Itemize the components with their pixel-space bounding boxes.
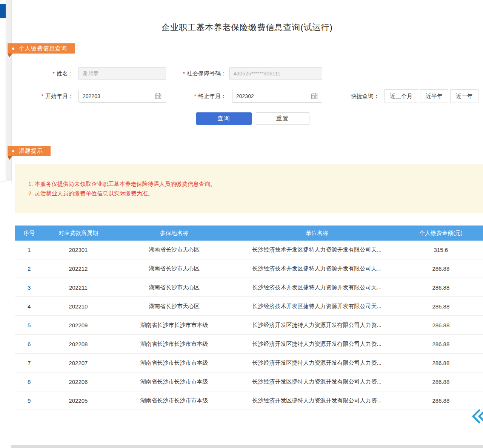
cell-company-name: 长沙经济技术开发区捷特人力资源开发有限公司天... [235, 246, 399, 253]
quick-option-1[interactable]: 近半年 [420, 89, 448, 103]
cell-index: 7 [15, 360, 43, 366]
end-month-input[interactable] [232, 90, 322, 103]
table-row: 9 202205 湖南省长沙市长沙市市本级 长沙经济开发区捷特人力资源开发有限公… [15, 391, 483, 410]
notice-panel: 1. 本服务仅提供尚未领取企业职工基本养老保险待遇人员的缴费信息查询。2. 灵活… [15, 164, 483, 213]
quick-option-0[interactable]: 近三个月 [384, 89, 418, 103]
cell-index: 2 [15, 265, 43, 272]
cell-amount: 286.88 [399, 341, 483, 347]
calendar-icon[interactable] [155, 93, 162, 100]
required-asterisk: * [183, 70, 185, 77]
required-asterisk: * [194, 93, 196, 99]
cell-amount: 286.88 [399, 265, 483, 272]
section-badge-personal-payment-query: 个人缴费信息查询 [8, 43, 75, 54]
cell-insured-area: 湖南省长沙市长沙市市本级 [113, 397, 235, 404]
cell-index: 1 [15, 247, 43, 253]
cell-company-name: 长沙经济技术开发区捷特人力资源开发有限公司天... [235, 303, 399, 310]
cell-amount: 286.88 [399, 284, 483, 291]
cell-insured-area: 湖南省长沙市天心区 [113, 284, 235, 291]
quick-query-button-group: 近三个月近半年近一年 [384, 89, 478, 103]
cell-amount: 315.6 [399, 247, 483, 253]
table-row: 6 202208 湖南省长沙市长沙市市本级 长沙经济开发区捷特人力资源开发有限公… [15, 335, 483, 354]
table-header-cell-0: 序号 [15, 230, 43, 237]
table-header-cell-1: 对应费款所属期 [43, 230, 113, 237]
table-row: 8 202206 湖南省长沙市长沙市市本级 长沙经济开发区捷特人力资源开发有限公… [15, 373, 483, 391]
table-row: 1 202301 湖南省长沙市天心区 长沙经济技术开发区捷特人力资源开发有限公司… [15, 241, 483, 259]
cell-company-name: 长沙经济开发区捷特人力资源开发有限公司人力资... [235, 322, 399, 329]
table-row: 7 202207 湖南省长沙市长沙市市本级 长沙经济开发区捷特人力资源开发有限公… [15, 354, 483, 373]
bullet-icon [12, 48, 14, 50]
required-asterisk: * [41, 93, 43, 99]
cell-amount: 286.88 [399, 360, 483, 366]
cell-insured-area: 湖南省长沙市天心区 [113, 265, 235, 272]
quick-option-2[interactable]: 近一年 [450, 89, 478, 103]
name-input[interactable] [78, 67, 166, 80]
notice-line-2: 2. 灵活就业人员的缴费单位信息以实际缴费为准。 [28, 189, 475, 198]
cell-period: 202209 [43, 322, 113, 328]
cell-insured-area: 湖南省长沙市天心区 [113, 303, 235, 310]
notice-line-1: 1. 本服务仅提供尚未领取企业职工基本养老保险待遇人员的缴费信息查询。 [28, 179, 475, 189]
cell-period: 202208 [43, 341, 113, 347]
cell-company-name: 长沙经济开发区捷特人力资源开发有限公司人力资... [235, 397, 399, 404]
table-row: 4 202210 湖南省长沙市天心区 长沙经济技术开发区捷特人力资源开发有限公司… [15, 297, 483, 316]
table-header-cell-3: 单位名称 [235, 230, 399, 237]
table-row: 3 202211 湖南省长沙市天心区 长沙经济技术开发区捷特人力资源开发有限公司… [15, 278, 483, 297]
cell-company-name: 长沙经济开发区捷特人力资源开发有限公司人力资... [235, 359, 399, 367]
table-row: 5 202209 湖南省长沙市长沙市市本级 长沙经济开发区捷特人力资源开发有限公… [15, 316, 483, 335]
cell-period: 202212 [43, 265, 113, 272]
cell-insured-area: 湖南省长沙市长沙市市本级 [113, 322, 235, 329]
cell-amount: 286.88 [399, 397, 483, 404]
cell-period: 202207 [43, 360, 113, 366]
table-header-cell-2: 参保地名称 [113, 230, 235, 237]
table-body: 1 202301 湖南省长沙市天心区 长沙经济技术开发区捷特人力资源开发有限公司… [15, 241, 483, 410]
cell-amount: 286.88 [399, 322, 483, 328]
sidebar-toggle-block[interactable] [0, 4, 6, 18]
cell-insured-area: 湖南省长沙市长沙市市本级 [113, 341, 235, 348]
table-header-cell-4: 个人缴费金额(元) [399, 230, 483, 237]
results-table: 序号对应费款所属期参保地名称单位名称个人缴费金额(元) 1 202301 湖南省… [15, 226, 483, 410]
double-chevron-left-icon[interactable] [472, 409, 483, 424]
cell-insured-area: 湖南省长沙市长沙市市本级 [113, 359, 235, 367]
cell-insured-area: 湖南省长沙市天心区 [113, 246, 235, 253]
cell-index: 5 [15, 322, 43, 328]
start-month-label: *开始年月： [23, 90, 74, 103]
reset-button[interactable]: 重置 [256, 112, 309, 125]
cell-index: 4 [15, 303, 43, 310]
cell-index: 3 [15, 284, 43, 291]
name-label: *姓名： [30, 67, 74, 80]
query-button[interactable]: 查询 [196, 112, 252, 125]
start-month-input[interactable] [78, 90, 166, 103]
cell-period: 202301 [43, 247, 113, 253]
end-month-label: *终止年月： [177, 90, 226, 103]
calendar-icon[interactable] [311, 93, 318, 100]
ssn-input[interactable] [229, 67, 322, 80]
cell-amount: 286.88 [399, 303, 483, 310]
collapsed-sidebar [0, 0, 6, 181]
cell-amount: 286.88 [399, 379, 483, 385]
cell-company-name: 长沙经济开发区捷特人力资源开发有限公司人力资... [235, 341, 399, 348]
bottom-edge-bar [11, 445, 483, 448]
ssn-label: *社会保障号码： [172, 67, 226, 80]
cell-period: 202211 [43, 284, 113, 291]
cell-index: 6 [15, 341, 43, 347]
table-row: 2 202212 湖南省长沙市天心区 长沙经济技术开发区捷特人力资源开发有限公司… [15, 259, 483, 278]
section-badge-label: 温馨提示 [19, 147, 43, 155]
required-asterisk: * [52, 70, 55, 77]
cell-period: 202206 [43, 379, 113, 385]
cell-company-name: 长沙经济技术开发区捷特人力资源开发有限公司天... [235, 265, 399, 272]
cell-period: 202205 [43, 397, 113, 404]
cell-company-name: 长沙经济技术开发区捷特人力资源开发有限公司天... [235, 284, 399, 291]
table-header-row: 序号对应费款所属期参保地名称单位名称个人缴费金额(元) [15, 226, 483, 241]
page-title: 企业职工基本养老保险缴费信息查询(试运行) [11, 21, 483, 34]
cell-index: 8 [15, 379, 43, 385]
cell-company-name: 长沙经济开发区捷特人力资源开发有限公司人力资... [235, 378, 399, 385]
cell-index: 9 [15, 397, 43, 404]
section-badge-tips: 温馨提示 [8, 146, 51, 156]
section-badge-label: 个人缴费信息查询 [19, 45, 67, 52]
cell-insured-area: 湖南省长沙市长沙市市本级 [113, 378, 235, 385]
bullet-icon [12, 150, 14, 152]
quick-query-label: 快捷查询： [351, 89, 382, 103]
cell-period: 202210 [43, 303, 113, 310]
